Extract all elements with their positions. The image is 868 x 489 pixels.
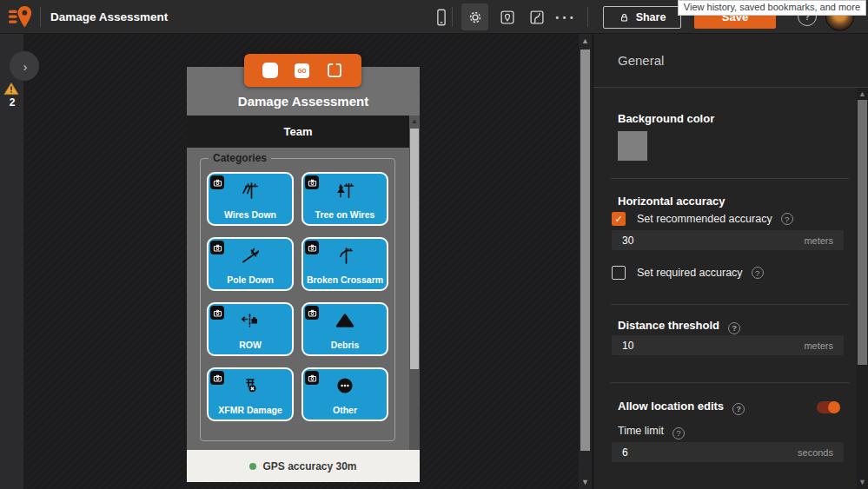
other-icon xyxy=(303,373,387,398)
mobile-preview-icon[interactable] xyxy=(431,7,452,28)
go-button-icon[interactable]: GO xyxy=(295,63,309,78)
settings-gear-icon[interactable] xyxy=(461,3,488,30)
tooltip: View history, saved bookmarks, and more xyxy=(678,0,866,16)
broken-crossarm-icon xyxy=(303,243,387,268)
category-grid: Wires DownTree on WiresPole DownBroken C… xyxy=(201,159,394,421)
divider xyxy=(611,178,849,179)
gps-status-text: GPS accuracy 30m xyxy=(262,460,356,472)
expand-panel-button[interactable] xyxy=(10,51,39,81)
scroll-up-icon[interactable]: ▲ xyxy=(409,117,420,125)
design-canvas: 2 GO Damage Assessment Team Categories W… xyxy=(0,34,593,489)
panel-title: General xyxy=(618,53,664,68)
canvas-scrollbar[interactable]: ▲ ▼ xyxy=(579,34,592,489)
gps-dot-icon xyxy=(249,463,256,470)
divider xyxy=(611,382,849,383)
pole-down-icon xyxy=(209,243,292,268)
xfmr-damage-icon xyxy=(209,373,292,398)
group-label: Categories xyxy=(209,152,271,164)
unit-label: seconds xyxy=(798,447,833,458)
scrollbar-thumb[interactable] xyxy=(410,129,419,369)
category-button-xfmr-damage[interactable]: XFMR Damage xyxy=(207,367,294,421)
divider xyxy=(40,7,41,27)
scrollbar-thumb[interactable] xyxy=(858,100,867,365)
category-button-label: Other xyxy=(303,405,387,415)
help-icon[interactable] xyxy=(732,403,745,415)
required-accuracy-checkbox[interactable] xyxy=(612,266,626,280)
divider xyxy=(452,7,453,27)
basemap-icon[interactable] xyxy=(527,7,547,28)
warnings-indicator[interactable]: 2 xyxy=(3,82,21,109)
distance-threshold-input[interactable]: 10 meters xyxy=(612,335,844,355)
row-icon xyxy=(209,308,292,333)
unit-label: meters xyxy=(804,235,833,246)
panel-scrollbar[interactable]: ▲ ▼ xyxy=(857,88,868,489)
background-color-label: Background color xyxy=(618,112,714,125)
allow-location-edits-toggle[interactable] xyxy=(817,401,839,413)
category-button-label: Tree on Wires xyxy=(303,209,387,220)
divider xyxy=(611,304,849,305)
scroll-down-icon[interactable]: ▼ xyxy=(857,478,868,486)
category-button-label: Wires Down xyxy=(209,209,292,220)
category-button-broken-crossarm[interactable]: Broken Crossarm xyxy=(301,237,388,291)
help-icon[interactable] xyxy=(673,427,685,439)
webmap-pin-icon[interactable] xyxy=(497,7,518,28)
category-button-row[interactable]: ROW xyxy=(207,302,294,356)
button-group-area: Categories Wires DownTree on WiresPole D… xyxy=(187,148,409,450)
divider xyxy=(593,87,868,88)
tree-on-wires-icon xyxy=(303,178,387,202)
scroll-up-icon[interactable]: ▲ xyxy=(857,89,868,98)
recommended-accuracy-text: Set recommended accuracy xyxy=(637,213,772,225)
more-ellipsis-icon[interactable] xyxy=(554,7,575,28)
scroll-down-icon[interactable]: ▼ xyxy=(579,478,592,486)
recommended-accuracy-input[interactable]: 30 meters xyxy=(612,230,844,250)
category-button-label: ROW xyxy=(209,340,292,350)
device-toolbar: GO xyxy=(244,54,361,87)
help-icon[interactable] xyxy=(781,213,793,225)
background-color-swatch[interactable] xyxy=(618,131,647,161)
category-button-pole-down[interactable]: Pole Down xyxy=(207,237,294,291)
lock-icon xyxy=(619,12,630,23)
outline-square-icon[interactable] xyxy=(326,62,343,79)
warning-count: 2 xyxy=(3,96,21,109)
distance-threshold-label: Distance threshold xyxy=(618,319,740,334)
category-button-label: Pole Down xyxy=(209,274,292,285)
share-button[interactable]: Share xyxy=(603,6,681,29)
time-limit-label: Time limit xyxy=(618,425,685,439)
category-button-wires-down[interactable]: Wires Down xyxy=(207,172,294,226)
quickcapture-logo-icon[interactable] xyxy=(7,3,34,30)
scrollbar-thumb[interactable] xyxy=(580,50,590,451)
help-icon[interactable] xyxy=(752,267,764,279)
tab-team[interactable]: Team xyxy=(187,116,409,148)
recommended-accuracy-checkbox[interactable] xyxy=(612,212,626,226)
scroll-up-icon[interactable]: ▲ xyxy=(579,36,592,45)
allow-location-edits-label: Allow location edits xyxy=(618,400,745,415)
phone-scrollbar[interactable]: ▲ xyxy=(409,116,420,450)
horizontal-accuracy-label: Horizontal accuracy xyxy=(618,195,726,208)
top-bar: Damage Assessment Share Save View histo xyxy=(0,0,868,34)
debris-icon xyxy=(303,308,387,333)
filled-square-icon[interactable] xyxy=(262,63,278,78)
unit-label: meters xyxy=(804,340,833,351)
settings-panel: General Background color Horizontal accu… xyxy=(593,34,868,489)
help-icon[interactable] xyxy=(728,322,740,334)
wires-down-icon xyxy=(209,178,292,202)
category-button-debris[interactable]: Debris xyxy=(301,302,388,356)
categories-group[interactable]: Categories Wires DownTree on WiresPole D… xyxy=(200,158,395,441)
toggle-knob xyxy=(828,401,840,413)
category-button-label: XFMR Damage xyxy=(209,405,292,415)
app-title: Damage Assessment xyxy=(50,0,168,34)
phone-preview: Damage Assessment Team Categories Wires … xyxy=(187,67,420,482)
category-button-other[interactable]: Other xyxy=(301,367,388,421)
warning-triangle-icon xyxy=(3,82,19,96)
project-title: Damage Assessment xyxy=(187,94,420,109)
gps-status-bar: GPS accuracy 30m xyxy=(187,450,420,482)
divider xyxy=(587,7,588,27)
category-button-label: Broken Crossarm xyxy=(303,274,387,285)
required-accuracy-text: Set required accuracy xyxy=(637,267,743,279)
category-button-tree-on-wires[interactable]: Tree on Wires xyxy=(301,172,388,226)
time-limit-input[interactable]: 6 seconds xyxy=(612,442,844,462)
category-button-label: Debris xyxy=(303,340,387,350)
